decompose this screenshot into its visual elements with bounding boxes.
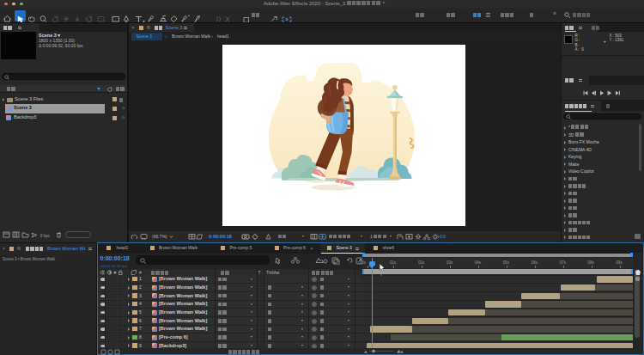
svg-text:(66.7%): (66.7%) [152,234,167,239]
svg-text:0:00:00:18: 0:00:00:18 [209,234,232,239]
svg-text:8 bpc: 8 bpc [40,234,51,238]
